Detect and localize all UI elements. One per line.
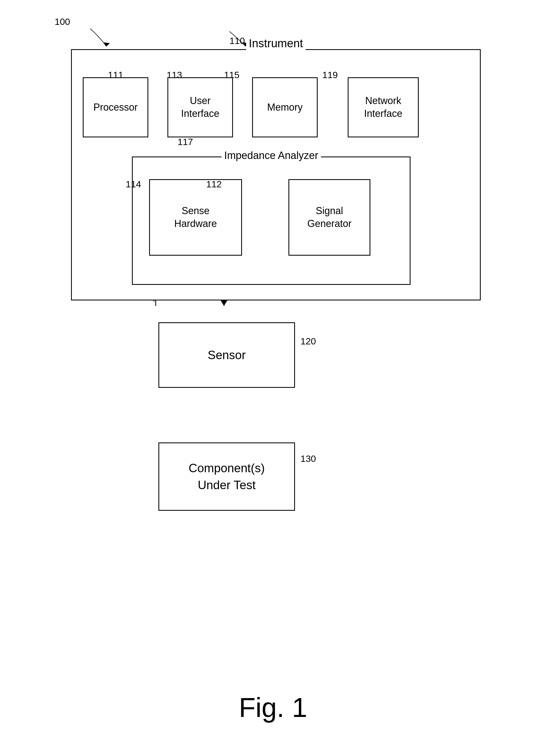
ref-110: 110: [229, 36, 245, 46]
impedance-title: Impedance Analyzer: [222, 150, 321, 161]
ref-113: 113: [167, 70, 182, 80]
ref-119: 119: [322, 70, 338, 80]
signal-generator-label: SignalGenerator: [307, 205, 352, 230]
memory-label: Memory: [267, 101, 303, 114]
ref-100: 100: [55, 16, 70, 27]
page: 123 121 100 Instrument Processor: [0, 0, 546, 756]
ref-117: 117: [178, 137, 193, 147]
svg-marker-13: [221, 300, 227, 306]
processor-box: Processor: [83, 77, 148, 137]
network-interface-label: Network Interface: [349, 95, 418, 120]
sensor-label: Sensor: [208, 348, 246, 362]
ref-112: 112: [206, 179, 222, 190]
network-interface-box: Network Interface: [348, 77, 419, 137]
ref-115: 115: [224, 70, 240, 80]
signal-generator-box: SignalGenerator: [288, 179, 370, 256]
impedance-analyzer-box: Impedance Analyzer SenseHardware SignalG…: [132, 156, 411, 285]
figure-caption: Fig. 1: [0, 692, 546, 723]
processor-label: Processor: [93, 101, 138, 114]
user-interface-label: UserInterface: [181, 95, 219, 120]
ref-111: 111: [108, 70, 123, 80]
component-under-test-box: Component(s)Under Test: [158, 442, 295, 511]
sensor-box: Sensor: [158, 322, 295, 388]
user-interface-box: UserInterface: [167, 77, 233, 137]
sense-hardware-box: SenseHardware: [149, 179, 242, 256]
memory-box: Memory: [252, 77, 318, 137]
sense-hardware-label: SenseHardware: [174, 205, 217, 230]
ref-114: 114: [126, 179, 141, 190]
svg-marker-0: [103, 42, 110, 46]
component-under-test-label: Component(s)Under Test: [189, 460, 265, 493]
instrument-title: Instrument: [246, 37, 306, 50]
impedance-title-wrap: Impedance Analyzer: [133, 150, 410, 161]
ref-120: 120: [300, 336, 316, 347]
instrument-box: Instrument Processor UserInterface Memor…: [71, 49, 481, 300]
ref-130: 130: [300, 453, 316, 464]
